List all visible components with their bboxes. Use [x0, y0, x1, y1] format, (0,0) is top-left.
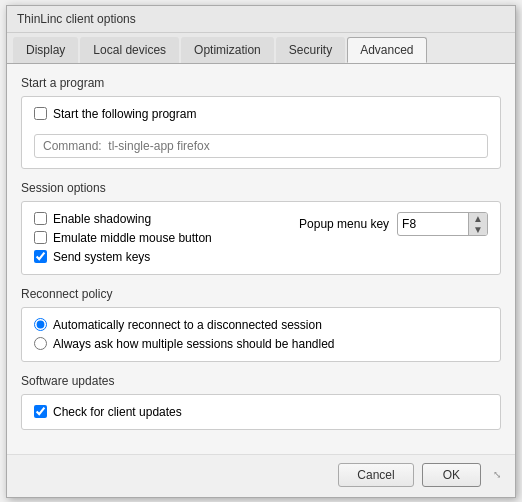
dialog-title: ThinLinc client options: [17, 12, 136, 26]
dialog-footer: Cancel OK ⤡: [7, 454, 515, 497]
send-system-keys-checkbox[interactable]: [34, 250, 47, 263]
dialog: ThinLinc client options Display Local de…: [6, 5, 516, 498]
send-system-keys-row: Send system keys: [34, 250, 212, 264]
start-program-checkbox[interactable]: [34, 107, 47, 120]
popup-menu-key-select[interactable]: F8 F7 F9: [398, 215, 468, 233]
tab-display[interactable]: Display: [13, 37, 78, 63]
always-ask-row: Always ask how multiple sessions should …: [34, 337, 488, 351]
section-session-options-title: Session options: [21, 181, 501, 195]
title-bar: ThinLinc client options: [7, 6, 515, 33]
emulate-mouse-checkbox[interactable]: [34, 231, 47, 244]
section-software-updates-box: Check for client updates: [21, 394, 501, 430]
always-ask-radio[interactable]: [34, 337, 47, 350]
popup-menu-key-select-wrapper: F8 F7 F9 ▲▼: [397, 212, 488, 236]
section-start-program-box: Start the following program: [21, 96, 501, 169]
section-reconnect-policy-box: Automatically reconnect to a disconnecte…: [21, 307, 501, 362]
tab-local-devices[interactable]: Local devices: [80, 37, 179, 63]
tab-advanced[interactable]: Advanced: [347, 37, 426, 63]
section-session-options: Session options Enable shadowing Emulate…: [21, 181, 501, 275]
tabs: Display Local devices Optimization Secur…: [7, 33, 515, 64]
popup-menu-key-label: Popup menu key: [299, 217, 389, 231]
enable-shadowing-label[interactable]: Enable shadowing: [53, 212, 151, 226]
section-software-updates-title: Software updates: [21, 374, 501, 388]
auto-reconnect-radio[interactable]: [34, 318, 47, 331]
section-software-updates: Software updates Check for client update…: [21, 374, 501, 430]
check-updates-label[interactable]: Check for client updates: [53, 405, 182, 419]
emulate-mouse-row: Emulate middle mouse button: [34, 231, 212, 245]
enable-shadowing-row: Enable shadowing: [34, 212, 212, 226]
ok-button[interactable]: OK: [422, 463, 481, 487]
section-start-program-title: Start a program: [21, 76, 501, 90]
section-reconnect-policy: Reconnect policy Automatically reconnect…: [21, 287, 501, 362]
command-input[interactable]: [34, 134, 488, 158]
tab-security[interactable]: Security: [276, 37, 345, 63]
auto-reconnect-label[interactable]: Automatically reconnect to a disconnecte…: [53, 318, 322, 332]
popup-menu-key-row: Popup menu key F8 F7 F9 ▲▼: [299, 212, 488, 236]
emulate-mouse-label[interactable]: Emulate middle mouse button: [53, 231, 212, 245]
section-start-program: Start a program Start the following prog…: [21, 76, 501, 169]
cancel-button[interactable]: Cancel: [338, 463, 413, 487]
check-updates-row: Check for client updates: [34, 405, 488, 419]
send-system-keys-label[interactable]: Send system keys: [53, 250, 150, 264]
enable-shadowing-checkbox[interactable]: [34, 212, 47, 225]
start-program-label[interactable]: Start the following program: [53, 107, 196, 121]
check-updates-checkbox[interactable]: [34, 405, 47, 418]
auto-reconnect-row: Automatically reconnect to a disconnecte…: [34, 318, 488, 332]
tab-optimization[interactable]: Optimization: [181, 37, 274, 63]
always-ask-label[interactable]: Always ask how multiple sessions should …: [53, 337, 335, 351]
resize-icon: ⤡: [493, 469, 501, 480]
section-session-options-box: Enable shadowing Emulate middle mouse bu…: [21, 201, 501, 275]
tab-content: Start a program Start the following prog…: [7, 64, 515, 454]
start-program-row: Start the following program: [34, 107, 488, 121]
section-reconnect-policy-title: Reconnect policy: [21, 287, 501, 301]
select-arrow-icon[interactable]: ▲▼: [468, 213, 487, 235]
